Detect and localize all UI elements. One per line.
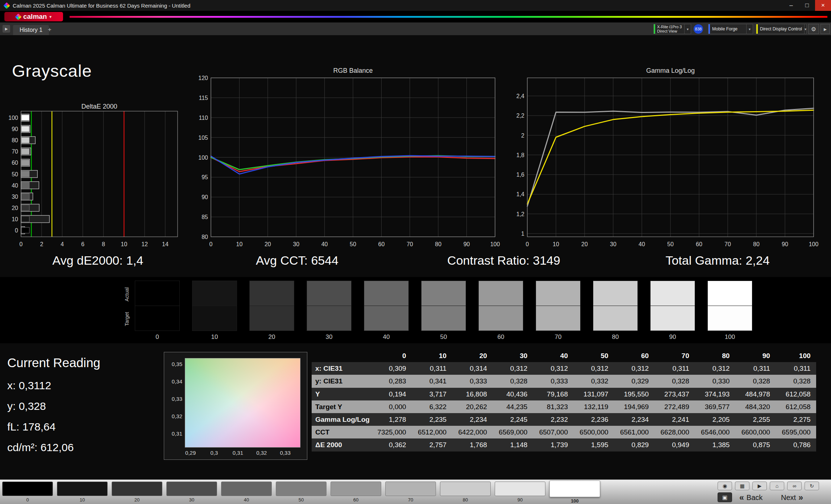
pattern-button-60[interactable]: 60 — [331, 482, 381, 503]
pattern-button-30[interactable]: 30 — [166, 482, 217, 503]
table-cell: 0,362 — [371, 438, 412, 451]
meter-count-badge: 838 — [694, 24, 703, 34]
table-row-label: Gamma Log/Log — [312, 413, 371, 426]
pattern-button-70[interactable]: 70 — [385, 482, 436, 503]
pattern-button-100[interactable]: 100 — [549, 482, 600, 504]
refresh-icon[interactable]: ↻ — [805, 482, 819, 490]
pattern-swatch — [385, 482, 436, 496]
minimize-button[interactable]: – — [783, 0, 799, 11]
panel-toggle-button[interactable]: ▸ — [820, 24, 830, 34]
svg-text:0: 0 — [526, 241, 529, 247]
continuous-icon[interactable]: ∞ — [787, 482, 802, 490]
chevron-down-icon[interactable]: ▾ — [804, 24, 806, 34]
close-button[interactable]: × — [815, 0, 831, 11]
table-header-row: 0102030405060708090100 — [312, 349, 816, 362]
swatch-level-label: 10 — [192, 333, 237, 341]
calman-diamond-icon — [15, 13, 21, 20]
swatch-level-label: 60 — [478, 333, 523, 341]
table-cell: 7325,000 — [371, 426, 412, 438]
pattern-button-10[interactable]: 10 — [57, 482, 108, 503]
pattern-button-90[interactable]: 90 — [495, 482, 545, 503]
svg-text:2,2: 2,2 — [516, 113, 524, 119]
svg-text:100: 100 — [809, 241, 819, 247]
pattern-button-40[interactable]: 40 — [221, 482, 272, 503]
table-cell: 0,312 — [493, 362, 533, 375]
svg-text:100: 100 — [198, 155, 208, 161]
chevron-down-icon[interactable]: ▾ — [684, 24, 691, 34]
table-row: x: CIE310,3090,3110,3140,3120,3120,3120,… — [312, 362, 816, 375]
table-cell: 2,235 — [412, 413, 452, 426]
swatch-actual — [593, 281, 638, 306]
svg-text:95: 95 — [201, 174, 208, 180]
meter-name: X-Rite i1Pro 3 — [657, 25, 682, 29]
table-row: y: CIE310,2830,3410,3330,3280,3330,3320,… — [312, 375, 816, 387]
current-reading-panel: Current Reading x: 0,3112 y: 0,328 fL: 1… — [7, 356, 100, 458]
table-cell: 6561,000 — [614, 426, 655, 438]
deltae-chart-plot: 010203040506070809010002468101214 — [4, 103, 185, 248]
table-cell: 6,322 — [412, 400, 452, 413]
svg-text:60: 60 — [378, 241, 385, 247]
svg-text:30: 30 — [293, 241, 299, 247]
titlebar: Calman 2025 Calman Ultimate for Business… — [0, 0, 831, 11]
table-cell: 0,314 — [452, 362, 493, 375]
cie-gradient-field — [185, 358, 300, 448]
swatch-level-label: 90 — [650, 333, 695, 341]
cie-x-tick-label: 0,3 — [205, 450, 223, 456]
svg-text:4: 4 — [61, 241, 64, 247]
chevron-down-icon[interactable]: ▾ — [746, 24, 753, 34]
table-cell: 0,311 — [412, 362, 452, 375]
source-selector[interactable]: Mobile Forge ▾ — [708, 24, 753, 34]
swatch-actual — [478, 281, 523, 306]
pattern-grid-icon[interactable]: ▦ — [735, 482, 749, 490]
svg-text:1: 1 — [521, 231, 524, 237]
play-icon[interactable]: ▶ — [752, 482, 767, 490]
add-tab-button[interactable]: + — [46, 26, 54, 34]
settings-button[interactable]: ⚙ — [808, 24, 819, 34]
window-controls: – □ × — [783, 0, 831, 11]
pattern-button-50[interactable]: 50 — [276, 482, 327, 503]
table-col-header: 70 — [654, 349, 695, 362]
swatch-target — [192, 306, 237, 331]
table-cell: 3,717 — [412, 388, 452, 400]
maximize-button[interactable]: □ — [799, 0, 815, 11]
reading-cdm2: cd/m²: 612,06 — [7, 437, 100, 458]
display-control-selector[interactable]: Direct Display Control ▾ — [756, 24, 807, 34]
svg-text:0: 0 — [15, 227, 18, 234]
actual-row-label: Actual — [124, 283, 130, 306]
table-cell: 2,241 — [654, 413, 695, 426]
table-row-label: Target Y — [312, 400, 371, 413]
svg-text:10: 10 — [236, 241, 243, 247]
cie-y-tick-label: 0,32 — [167, 413, 182, 419]
table-cell: 0,328 — [654, 375, 695, 387]
capture-icon[interactable]: ◉ — [718, 482, 732, 490]
table-cell: 0,330 — [695, 375, 735, 387]
table-cell: 20,262 — [452, 400, 493, 413]
back-arrow-icon: « — [739, 493, 744, 503]
svg-text:40: 40 — [321, 241, 328, 247]
pattern-button-0[interactable]: 0 — [2, 482, 53, 503]
table-cell: 0,312 — [533, 362, 573, 375]
pattern-window-button[interactable]: ▣ — [718, 492, 732, 502]
layout-expand-button[interactable]: ▶ — [3, 25, 10, 33]
svg-text:80: 80 — [201, 234, 208, 240]
pattern-swatch — [57, 482, 108, 496]
swatch-level-label: 70 — [536, 333, 581, 341]
table-row: Y0,1943,71716,80840,43679,168131,097195,… — [312, 388, 816, 400]
meter-selector[interactable]: X-Rite i1Pro 3 Direct View ▾ — [653, 24, 691, 34]
panel-arrow-icon: ▸ — [824, 26, 827, 33]
home-icon[interactable]: ⌂ — [770, 482, 784, 490]
calman-menu-button[interactable]: calman ▾ — [4, 12, 63, 21]
back-button[interactable]: « Back — [739, 492, 763, 503]
pattern-button-80[interactable]: 80 — [440, 482, 491, 503]
table-cell: 2,234 — [614, 413, 655, 426]
cie-y-tick-label: 0,34 — [167, 378, 182, 385]
pattern-level-label: 0 — [2, 497, 53, 503]
pattern-button-20[interactable]: 20 — [112, 482, 162, 503]
svg-text:80: 80 — [435, 241, 441, 247]
tab-history-1[interactable]: History 1 — [13, 25, 49, 35]
deltae-chart: DeltaE 2000 0102030405060708090100024681… — [4, 103, 185, 248]
table-row-label: CCT — [312, 426, 371, 438]
next-button[interactable]: Next » — [781, 492, 803, 503]
swatch-actual — [307, 281, 352, 306]
table-row: ΔE 20000,3622,7571,7681,1481,7391,5950,8… — [312, 438, 816, 451]
